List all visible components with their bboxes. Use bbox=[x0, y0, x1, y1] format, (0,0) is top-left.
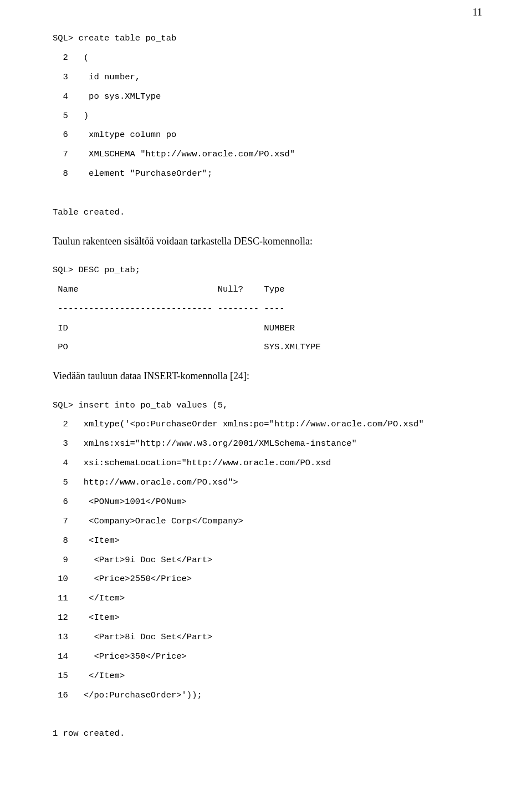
code-block-insert: SQL> insert into po_tab values (5, 2 xml… bbox=[53, 396, 482, 744]
code-block-create-table: SQL> create table po_tab 2 ( 3 id number… bbox=[53, 29, 482, 222]
page-number: 11 bbox=[473, 7, 482, 18]
paragraph-desc-intro: Taulun rakenteen sisältöä voidaan tarkas… bbox=[53, 235, 482, 248]
code-block-desc: SQL> DESC po_tab; Name Null? Type ------… bbox=[53, 261, 482, 357]
paragraph-insert-intro: Viedään tauluun dataa INSERT-komennolla … bbox=[53, 369, 482, 383]
document-page: 11 SQL> create table po_tab 2 ( 3 id num… bbox=[0, 0, 532, 778]
